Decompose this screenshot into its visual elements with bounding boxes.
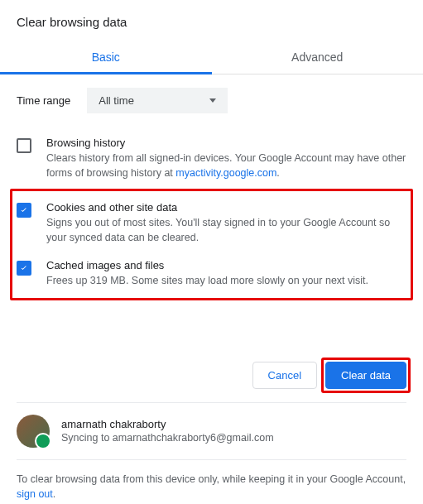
clear-data-button[interactable]: Clear data (325, 362, 406, 389)
item-cookies-title: Cookies and other site data (46, 201, 406, 214)
account-name: amarnath chakraborty (61, 418, 274, 430)
account-sync: Syncing to amarnathchakraborty6@gmail.co… (61, 432, 274, 444)
clear-button-highlight: Clear data (321, 358, 411, 393)
dialog: Clear browsing data Basic Advanced Time … (0, 0, 423, 502)
time-range-select[interactable]: All time (87, 88, 228, 113)
cancel-button[interactable]: Cancel (252, 362, 317, 389)
checkbox-cache[interactable] (17, 261, 31, 276)
tab-advanced-label: Advanced (291, 50, 343, 64)
tab-basic[interactable]: Basic (0, 41, 212, 74)
highlight-box: Cookies and other site data Signs you ou… (10, 189, 413, 300)
cancel-button-label: Cancel (268, 369, 301, 382)
item-history-desc: Clears history from all signed-in device… (46, 151, 406, 180)
checkbox-history[interactable] (17, 138, 31, 153)
sign-out-link[interactable]: sign out (17, 488, 53, 500)
button-row: Cancel Clear data (0, 312, 423, 402)
item-browsing-history: Browsing history Clears history from all… (17, 130, 406, 187)
chevron-down-icon (209, 98, 216, 103)
item-cookies-desc: Signs you out of most sites. You'll stay… (46, 215, 406, 245)
footer-pre: To clear browsing data from this device … (17, 473, 406, 485)
myactivity-link[interactable]: myactivity.google.com (175, 167, 276, 179)
tab-basic-label: Basic (92, 50, 120, 64)
tabs: Basic Advanced (0, 41, 423, 74)
time-range-value: All time (99, 94, 134, 107)
item-cache-desc: Frees up 319 MB. Some sites may load mor… (46, 273, 406, 288)
item-history-desc-post: . (276, 167, 279, 179)
time-range-row: Time range All time (0, 74, 423, 127)
dialog-title: Clear browsing data (0, 0, 423, 41)
item-cache: Cached images and files Frees up 319 MB.… (17, 252, 406, 295)
clear-data-button-label: Clear data (341, 369, 391, 382)
item-cookies: Cookies and other site data Signs you ou… (17, 194, 406, 252)
item-history-title: Browsing history (46, 137, 406, 149)
footer-post: . (53, 488, 55, 500)
tab-advanced[interactable]: Advanced (212, 41, 424, 74)
footer-text: To clear browsing data from this device … (17, 459, 406, 503)
items-list: Browsing history Clears history from all… (0, 127, 423, 312)
avatar (17, 415, 50, 448)
item-cache-title: Cached images and files (46, 259, 406, 271)
time-range-label: Time range (17, 94, 70, 107)
checkbox-cookies[interactable] (17, 203, 31, 218)
account-row: amarnath chakraborty Syncing to amarnath… (17, 402, 406, 456)
